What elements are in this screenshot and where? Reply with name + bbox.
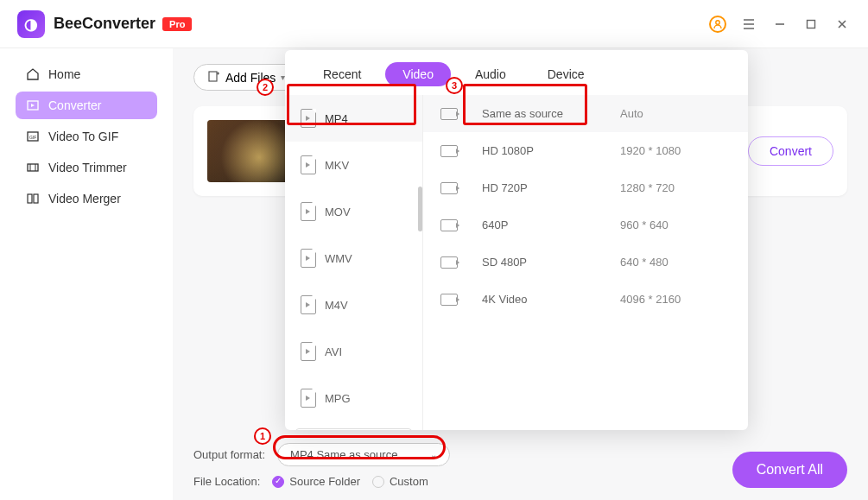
svg-rect-7 (34, 194, 38, 203)
resolution-dim: 640 * 480 (620, 256, 668, 269)
output-format-label: Output format: (193, 448, 265, 461)
sidebar-item-merger[interactable]: Video Merger (16, 185, 157, 212)
file-icon (301, 249, 316, 268)
radio-source-folder[interactable]: Source Folder (272, 475, 360, 488)
app-logo: ◑ (17, 10, 45, 38)
format-item-mov[interactable]: MOV (285, 188, 422, 235)
resolution-name: Same as source (482, 107, 620, 120)
video-icon (440, 256, 458, 269)
resolution-item-720p[interactable]: HD 720P1280 * 720 (423, 169, 748, 206)
sidebar: Home Converter GIF Video To GIF Video Tr… (0, 48, 173, 500)
tab-device[interactable]: Device (530, 62, 602, 86)
svg-rect-8 (209, 72, 217, 81)
resolution-name: HD 720P (482, 181, 620, 194)
resolution-item-1080p[interactable]: HD 1080P1920 * 1080 (423, 132, 748, 169)
svg-rect-6 (28, 194, 32, 203)
resolution-item-4k[interactable]: 4K Video4096 * 2160 (423, 281, 748, 318)
app-title: BeeConverter (54, 15, 155, 33)
radio-label: Custom (390, 475, 428, 488)
sidebar-item-trimmer[interactable]: Video Trimmer (16, 154, 157, 181)
format-item-mp4[interactable]: MP4 (285, 95, 422, 142)
format-item-mpg[interactable]: MPG (285, 375, 422, 421)
format-item-avi[interactable]: AVI (285, 328, 422, 375)
minimize-icon[interactable] (771, 16, 789, 33)
resolution-item-640p[interactable]: 640P960 * 640 (423, 206, 748, 244)
video-icon (440, 294, 458, 306)
file-icon (301, 295, 316, 314)
scrollbar[interactable] (418, 187, 422, 231)
file-icon (301, 155, 316, 174)
resolution-dim: 4096 * 2160 (620, 293, 681, 306)
annotation-badge-3: 3 (446, 77, 463, 94)
sidebar-item-home[interactable]: Home (16, 60, 157, 88)
format-label: MOV (325, 206, 351, 218)
sidebar-item-label: Video To GIF (48, 130, 118, 143)
resolution-name: SD 480P (482, 256, 620, 269)
format-label: AVI (325, 345, 342, 358)
trimmer-icon (26, 161, 40, 174)
format-label: MPG (325, 392, 351, 405)
format-label: WMV (325, 252, 352, 265)
format-label: MP4 (325, 112, 348, 125)
format-item-mkv[interactable]: MKV (285, 142, 422, 188)
user-icon[interactable] (709, 16, 726, 33)
gif-icon: GIF (26, 130, 40, 143)
radio-dot-checked (272, 476, 284, 488)
format-label: M4V (325, 299, 348, 312)
sidebar-item-gif[interactable]: GIF Video To GIF (16, 123, 157, 150)
file-location-label: File Location: (193, 475, 260, 488)
resolution-item-source[interactable]: Same as sourceAuto (423, 95, 748, 132)
maximize-icon[interactable] (802, 16, 820, 33)
convert-all-button[interactable]: Convert All (732, 452, 847, 488)
resolution-dim: Auto (620, 107, 643, 120)
output-format-value: MP4 Same as source (290, 448, 397, 461)
resolution-dim: 1920 * 1080 (620, 144, 681, 157)
tab-audio[interactable]: Audio (458, 62, 523, 86)
converter-icon (26, 98, 40, 112)
format-list: MP4 MKV MOV WMV M4V AVI MPG (285, 95, 423, 430)
radio-custom[interactable]: Custom (372, 475, 428, 488)
output-format-select[interactable]: MP4 Same as source ⌄ (277, 443, 450, 466)
svg-rect-1 (808, 20, 815, 28)
resolution-name: 640P (482, 218, 620, 231)
svg-text:GIF: GIF (29, 135, 36, 140)
add-files-button[interactable]: Add Files ▾ (193, 64, 300, 91)
svg-point-0 (716, 20, 719, 23)
convert-button[interactable]: Convert (748, 136, 833, 166)
bottom-bar: Output format: MP4 Same as source ⌄ File… (193, 443, 847, 488)
file-icon (301, 109, 316, 128)
tab-recent[interactable]: Recent (306, 62, 378, 86)
add-files-icon (208, 70, 220, 85)
file-icon (301, 342, 316, 361)
format-item-wmv[interactable]: WMV (285, 235, 422, 282)
popup-tabs: Recent Video Audio Device (285, 50, 748, 95)
resolution-item-480p[interactable]: SD 480P640 * 480 (423, 244, 748, 281)
resolution-name: 4K Video (482, 293, 620, 306)
titlebar: ◑ BeeConverter Pro (0, 0, 868, 48)
sidebar-item-label: Home (48, 67, 80, 81)
menu-icon[interactable] (740, 16, 757, 33)
resolution-name: HD 1080P (482, 144, 620, 157)
sidebar-item-label: Video Merger (48, 192, 121, 206)
annotation-badge-1: 1 (254, 427, 271, 445)
svg-rect-5 (28, 164, 38, 171)
video-icon (440, 219, 458, 231)
video-icon (440, 108, 458, 120)
tab-video[interactable]: Video (385, 62, 451, 86)
video-icon (440, 145, 458, 157)
format-label: MKV (325, 159, 349, 172)
format-search-input[interactable] (295, 428, 412, 430)
close-icon[interactable] (833, 16, 851, 33)
pro-badge: Pro (162, 17, 192, 31)
annotation-badge-2: 2 (257, 79, 274, 96)
video-icon (440, 182, 458, 194)
resolution-dim: 1280 * 720 (620, 181, 675, 194)
sidebar-item-converter[interactable]: Converter (16, 92, 157, 119)
format-item-m4v[interactable]: M4V (285, 282, 422, 328)
radio-dot (372, 476, 384, 488)
chevron-down-icon: ⌄ (430, 450, 437, 459)
resolution-list: Same as sourceAuto HD 1080P1920 * 1080 H… (423, 95, 748, 430)
home-icon (26, 67, 40, 81)
file-icon (301, 389, 316, 408)
format-popup: Recent Video Audio Device MP4 MKV MOV WM… (285, 50, 748, 430)
